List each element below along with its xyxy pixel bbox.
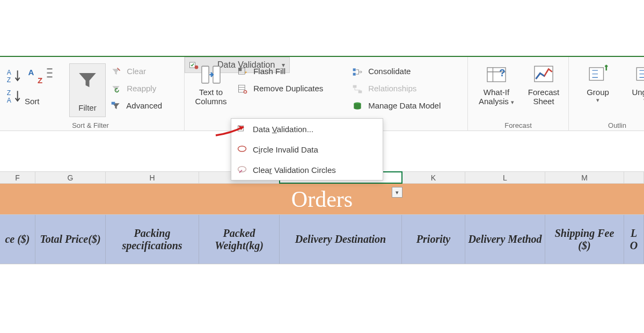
th-delivery-destination: Delivery Destination	[280, 215, 402, 264]
group-outline: Group ▾ Ungrou ▾ Outlin	[569, 57, 644, 131]
orders-title-row: Orders ▾	[0, 184, 644, 215]
sort-button[interactable]: Sort	[25, 97, 40, 106]
svg-text:?: ?	[499, 67, 505, 78]
svg-text:A: A	[7, 97, 11, 104]
filter-label: Filter	[70, 103, 105, 112]
ttc-l2: Columns	[191, 97, 231, 106]
ungroup-button[interactable]: Ungrou ▾	[621, 63, 644, 104]
svg-rect-32	[535, 66, 553, 82]
chevron-down-icon: ▾	[621, 97, 644, 104]
menu-item-circle-invalid[interactable]: Circle Invalid Data	[231, 139, 383, 160]
svg-text:A: A	[28, 68, 34, 77]
mi0-pre: Data	[253, 125, 272, 134]
col-header-K[interactable]: K	[402, 172, 465, 183]
what-if-analysis-button[interactable]: ? What-If Analysis ▾	[473, 63, 519, 106]
group-forecast: ? What-If Analysis ▾ Forecast Sheet Fore…	[468, 57, 569, 131]
flash-fill-button[interactable]: Flash Fill	[237, 67, 286, 77]
mi2-post: Validation Circles	[272, 165, 336, 175]
filter-icon	[70, 69, 105, 94]
chevron-down-icon: ▾	[511, 99, 514, 105]
svg-text:A: A	[7, 69, 11, 76]
clear-label: Clear	[127, 67, 146, 76]
group-label-txt: Group	[579, 88, 617, 97]
data-rows-empty[interactable]	[0, 264, 644, 333]
svg-rect-8	[47, 76, 53, 78]
filter-button[interactable]: Filter	[69, 63, 106, 117]
svg-rect-11	[202, 66, 209, 83]
forecast-sheet-icon	[523, 63, 565, 88]
forecast-sheet-button[interactable]: Forecast Sheet	[523, 63, 565, 106]
col-header-F[interactable]: F	[0, 172, 35, 183]
svg-rect-23	[353, 68, 356, 71]
svg-rect-10	[112, 102, 115, 105]
fcsheet-l1: Forecast	[523, 88, 565, 97]
orders-title: Orders	[291, 186, 353, 212]
whatif-l2: Analysis	[479, 97, 509, 106]
svg-rect-12	[213, 66, 220, 83]
consolidate-icon	[352, 67, 363, 77]
cell-dropdown-button[interactable]: ▾	[392, 187, 402, 198]
mi0-u: V	[272, 125, 277, 134]
consolidate-button[interactable]: Consolidate	[352, 67, 411, 77]
text-to-columns-icon	[191, 63, 231, 88]
th-total-price: Total Price($)	[35, 215, 106, 264]
th-delivery-method: Delivery Method	[465, 215, 545, 264]
col-header-M[interactable]: M	[545, 172, 624, 183]
text-to-columns-button[interactable]: Text to Columns	[191, 63, 231, 106]
svg-point-37	[238, 166, 246, 172]
ungroup-icon	[621, 63, 644, 88]
fcsheet-l2: Sheet	[523, 97, 565, 106]
group-label-sortfilter: Sort & Filter	[0, 121, 184, 129]
th-priority: Priority	[402, 215, 465, 264]
relationships-button: Relationships	[352, 84, 416, 95]
menu-item-data-validation[interactable]: Data Validation...	[231, 119, 383, 139]
group-button[interactable]: Group ▾	[579, 63, 617, 104]
advanced-label: Advanced	[126, 101, 162, 110]
sort-icon[interactable]: A Z	[27, 66, 54, 90]
whatif-l1: What-If	[473, 88, 519, 97]
mi2-pre: Clea	[253, 165, 269, 175]
advanced-filter-button[interactable]: Advanced	[111, 101, 162, 112]
group-label-outline: Outlin	[569, 121, 644, 129]
svg-text:Z: Z	[7, 89, 11, 97]
reapply-icon	[111, 84, 121, 95]
flash-fill-label: Flash Fill	[253, 67, 286, 76]
svg-rect-6	[47, 68, 53, 70]
col-header-L[interactable]: L	[465, 172, 545, 183]
clear-filter-button: Clear	[111, 67, 146, 77]
flash-fill-icon	[237, 67, 248, 77]
ttc-l1: Text to	[191, 88, 231, 97]
th-unit-price: ce ($)	[0, 215, 35, 264]
svg-rect-14	[239, 68, 242, 71]
circle-invalid-icon	[231, 143, 253, 156]
reapply-label: Reapply	[127, 84, 156, 93]
col-header-N[interactable]	[624, 172, 644, 183]
sort-za-icon[interactable]: ZA	[5, 88, 23, 107]
data-validation-icon	[231, 123, 253, 135]
col-header-G[interactable]: G	[35, 172, 106, 183]
th-next-cutoff: L O	[624, 215, 644, 264]
menu-item-clear-circles[interactable]: Clear Validation Circles	[231, 160, 383, 180]
advanced-icon	[111, 101, 121, 112]
remove-duplicates-label: Remove Duplicates	[253, 84, 323, 93]
th-shipping-fee: Shipping Fee ($)	[545, 215, 624, 264]
relationships-label: Relationships	[368, 84, 416, 93]
mi1-post: rcle Invalid Data	[260, 145, 318, 154]
table-header-row: ce ($) Total Price($) Packing specificat…	[0, 215, 644, 264]
manage-data-model-icon	[352, 101, 363, 112]
manage-data-model-label: Manage Data Model	[368, 101, 441, 110]
remove-duplicates-button[interactable]: Remove Duplicates	[237, 84, 323, 95]
svg-rect-25	[353, 85, 357, 88]
remove-duplicates-icon	[237, 84, 248, 95]
svg-text:Z: Z	[38, 76, 42, 85]
ungroup-label-txt: Ungrou	[621, 88, 644, 97]
group-icon	[579, 63, 617, 88]
sort-az-icon[interactable]: AZ	[5, 68, 23, 87]
group-label-forecast: Forecast	[468, 121, 568, 129]
relationships-icon	[352, 84, 363, 95]
svg-rect-26	[358, 91, 362, 93]
manage-data-model-button[interactable]: Manage Data Model	[352, 101, 441, 112]
col-header-H[interactable]: H	[106, 172, 199, 183]
clear-circles-icon	[231, 164, 253, 176]
svg-text:Z: Z	[7, 76, 11, 84]
